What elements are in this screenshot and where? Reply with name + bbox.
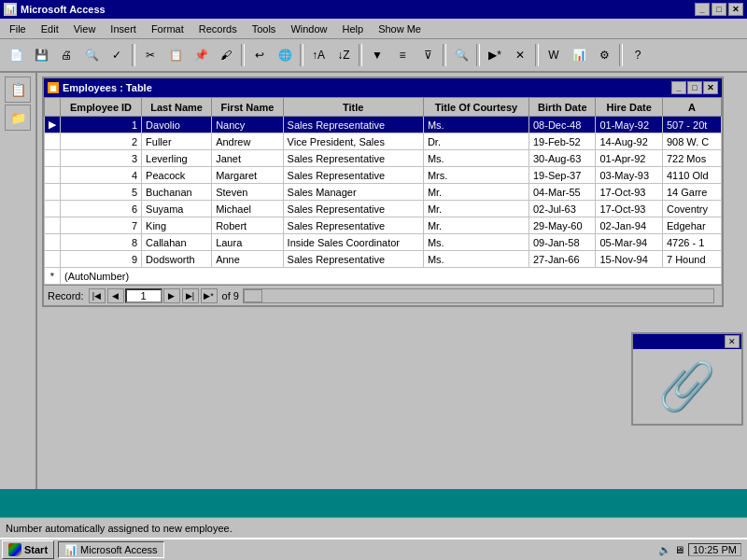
record-number[interactable]: 1 bbox=[125, 288, 162, 303]
table-row[interactable]: ▶ 1 Davolio Nancy Sales Representative M… bbox=[45, 117, 722, 133]
obj-icon-1[interactable]: 📋 bbox=[5, 77, 31, 103]
menu-edit[interactable]: Edit bbox=[34, 19, 66, 38]
row-indicator bbox=[45, 217, 61, 234]
preview-btn[interactable]: 🔍 bbox=[79, 43, 104, 67]
table-row[interactable]: 6 Suyama Michael Sales Representative Mr… bbox=[45, 201, 722, 217]
filter-form-btn[interactable]: ≡ bbox=[390, 43, 415, 67]
table-row[interactable]: 9 Dodsworth Anne Sales Representative Ms… bbox=[45, 251, 722, 268]
cell-id: 5 bbox=[61, 184, 142, 201]
cut-btn[interactable]: ✂ bbox=[138, 43, 162, 67]
table-row[interactable]: 8 Callahan Laura Inside Sales Coordinato… bbox=[45, 234, 722, 251]
table-close-btn[interactable]: ✕ bbox=[703, 81, 718, 94]
cell-birthdate: 04-Mar-55 bbox=[529, 184, 595, 201]
cell-birthdate: 30-Aug-63 bbox=[529, 150, 595, 167]
table-row[interactable]: 5 Buchanan Steven Sales Manager Mr. 04-M… bbox=[45, 184, 722, 201]
apply-filter-btn[interactable]: ⊽ bbox=[416, 43, 440, 67]
obj-icon-2[interactable]: 📁 bbox=[5, 105, 31, 131]
cell-firstname: Robert bbox=[212, 217, 283, 234]
nav-first-btn[interactable]: |◀ bbox=[89, 288, 106, 303]
office-links-btn[interactable]: W bbox=[542, 43, 566, 67]
menu-insert[interactable]: Insert bbox=[103, 19, 144, 38]
menu-view[interactable]: View bbox=[66, 19, 104, 38]
delete-record-btn[interactable]: ✕ bbox=[508, 43, 532, 67]
taskbar-ms-access[interactable]: 📊 Microsoft Access bbox=[58, 541, 164, 558]
row-indicator bbox=[45, 150, 61, 167]
cell-hiredate: 02-Jan-94 bbox=[596, 217, 662, 234]
format-painter-btn[interactable]: 🖌 bbox=[214, 43, 238, 67]
new-record-btn[interactable]: ▶* bbox=[483, 43, 507, 67]
table-new-row[interactable]: * (AutoNumber) bbox=[45, 268, 722, 285]
cell-firstname: Nancy bbox=[212, 117, 283, 133]
save-btn[interactable]: 💾 bbox=[29, 43, 53, 67]
table-row[interactable]: 7 King Robert Sales Representative Mr. 2… bbox=[45, 217, 722, 234]
menu-window[interactable]: Window bbox=[283, 19, 334, 38]
cell-firstname: Steven bbox=[212, 184, 283, 201]
cell-hiredate: 01-May-92 bbox=[596, 117, 662, 133]
sort-asc-btn[interactable]: ↑A bbox=[306, 43, 331, 67]
table-maximize-btn[interactable]: □ bbox=[687, 81, 702, 94]
cell-lastname: Peacock bbox=[142, 167, 212, 184]
web-btn[interactable]: 🌐 bbox=[273, 43, 297, 67]
sort-desc-btn[interactable]: ↓Z bbox=[331, 43, 356, 67]
nav-new-btn[interactable]: ▶* bbox=[201, 288, 218, 303]
table-row[interactable]: 2 Fuller Andrew Vice President, Sales Dr… bbox=[45, 133, 722, 150]
scroll-thumb[interactable] bbox=[244, 289, 262, 302]
cell-hiredate: 01-Apr-92 bbox=[596, 150, 662, 167]
col-header-hiredate[interactable]: Hire Date bbox=[596, 98, 662, 117]
cell-courtesy: Ms. bbox=[423, 234, 529, 251]
sep4 bbox=[359, 44, 362, 66]
col-header-extra[interactable]: A bbox=[662, 98, 721, 117]
title-bar-controls: _ □ ✕ bbox=[695, 3, 743, 16]
col-header-lastname[interactable]: Last Name bbox=[142, 98, 212, 117]
menu-tools[interactable]: Tools bbox=[245, 19, 284, 38]
cell-courtesy: Mr. bbox=[423, 184, 529, 201]
table-row[interactable]: 3 Leverling Janet Sales Representative M… bbox=[45, 150, 722, 167]
cell-lastname: Suyama bbox=[142, 201, 212, 217]
filter-select-btn[interactable]: ▼ bbox=[365, 43, 389, 67]
taskbar-ms-access-icon: 📊 bbox=[64, 544, 78, 556]
cell-extra: 4726 - 1 bbox=[662, 234, 721, 251]
col-header-title[interactable]: Title bbox=[283, 98, 423, 117]
cell-courtesy: Ms. bbox=[423, 117, 529, 133]
new-btn[interactable]: 📄 bbox=[4, 43, 28, 67]
nav-next-btn[interactable]: ▶ bbox=[163, 288, 180, 303]
find-btn[interactable]: 🔍 bbox=[449, 43, 473, 67]
paste-btn[interactable]: 📌 bbox=[189, 43, 213, 67]
clippy-titlebar: ✕ bbox=[633, 334, 741, 349]
col-header-firstname[interactable]: First Name bbox=[212, 98, 283, 117]
start-button[interactable]: Start bbox=[2, 540, 54, 559]
record-of: of 9 bbox=[222, 290, 239, 301]
menu-format[interactable]: Format bbox=[144, 19, 191, 38]
col-header-id[interactable]: Employee ID bbox=[61, 98, 142, 117]
clock: 10:25 PM bbox=[688, 543, 741, 556]
nav-last-btn[interactable]: ▶| bbox=[182, 288, 199, 303]
table-minimize-btn[interactable]: _ bbox=[671, 81, 686, 94]
spellcheck-btn[interactable]: ✓ bbox=[105, 43, 129, 67]
copy-btn[interactable]: 📋 bbox=[163, 43, 188, 67]
table-title: Employees : Table bbox=[63, 82, 152, 93]
help-btn[interactable]: ? bbox=[626, 43, 650, 67]
print-btn[interactable]: 🖨 bbox=[54, 43, 78, 67]
menu-file[interactable]: File bbox=[2, 19, 34, 38]
maximize-button[interactable]: □ bbox=[712, 3, 726, 16]
clippy-window: ✕ 📎 bbox=[631, 332, 743, 426]
cell-hiredate: 03-May-93 bbox=[596, 167, 662, 184]
minimize-button[interactable]: _ bbox=[695, 3, 710, 16]
menu-help[interactable]: Help bbox=[335, 19, 372, 38]
nav-prev-btn[interactable]: ◀ bbox=[107, 288, 124, 303]
undo-btn[interactable]: ↩ bbox=[247, 43, 272, 67]
analyze-btn[interactable]: 📊 bbox=[567, 43, 591, 67]
col-header-birthdate[interactable]: Birth Date bbox=[529, 98, 595, 117]
code-btn[interactable]: ⚙ bbox=[592, 43, 616, 67]
col-header-courtesy[interactable]: Title Of Courtesy bbox=[423, 98, 529, 117]
row-indicator: ▶ bbox=[45, 117, 61, 133]
sep3 bbox=[300, 44, 303, 66]
cell-hiredate: 14-Aug-92 bbox=[596, 133, 662, 150]
table-row[interactable]: 4 Peacock Margaret Sales Representative … bbox=[45, 167, 722, 184]
menu-records[interactable]: Records bbox=[191, 19, 245, 38]
close-button[interactable]: ✕ bbox=[728, 3, 743, 16]
menu-showme[interactable]: Show Me bbox=[371, 19, 429, 38]
cell-id: 1 bbox=[61, 117, 142, 133]
horizontal-scrollbar[interactable] bbox=[243, 288, 714, 303]
clippy-close-btn[interactable]: ✕ bbox=[725, 335, 740, 348]
